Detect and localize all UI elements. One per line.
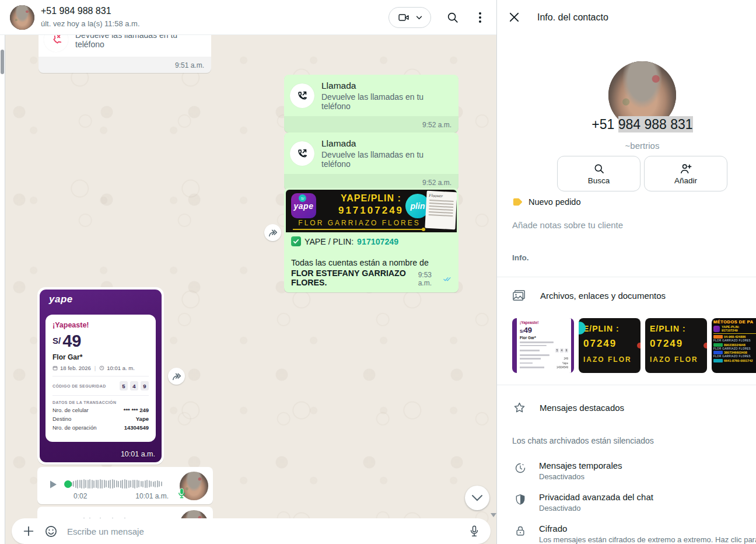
search-in-chat-button[interactable] — [446, 11, 459, 24]
receipt-title: ¡Yapeaste! — [52, 321, 149, 329]
info-section-header: Info. — [512, 253, 529, 262]
message-time: 9:52 a.m. — [422, 179, 452, 187]
calendar-icon — [52, 365, 58, 371]
client-notes-placeholder[interactable]: Añade notas sobre tu cliente — [512, 220, 623, 230]
plus-icon — [22, 525, 35, 538]
mic-icon — [176, 487, 187, 502]
starred-messages-row[interactable]: Mensajes destacados — [513, 402, 624, 414]
voice-duration: 0:02 — [74, 492, 87, 500]
forward-button[interactable] — [168, 368, 185, 385]
kebab-menu-icon — [474, 11, 486, 24]
receipt-date: 18 feb. 2026 — [60, 365, 91, 371]
contact-name[interactable]: +51 984 988 831 — [41, 6, 111, 16]
message-call-2[interactable]: Llamada Devuelve las llamadas en tu telé… — [284, 132, 459, 190]
banner-holder-name: FLOR GARRIAZO FLORES — [292, 219, 427, 227]
flyer-thumbnail: Floower — [425, 191, 457, 230]
voice-sender-avatar[interactable] — [180, 472, 208, 500]
order-label-row[interactable]: Nuevo pedido — [512, 197, 581, 207]
receipt-payee: Flor Gar* — [52, 353, 149, 361]
label-tag-icon — [512, 197, 523, 207]
message-receipt-image[interactable]: yape ¡Yapeaste! S/ 49 Flor Gar* 18 feb. … — [37, 287, 164, 465]
caption-number[interactable]: 917107249 — [357, 237, 398, 246]
media-thumb-banner-2[interactable]: E/PLIN : 07249 IAZO FLOR — [645, 318, 707, 373]
forward-button[interactable] — [264, 224, 281, 241]
mic-icon — [468, 525, 480, 538]
star-icon — [513, 402, 526, 414]
call-subtitle: Devuelve las llamadas en tu teléfono — [321, 150, 450, 169]
advanced-chat-privacy-row[interactable]: Privacidad avanzada del chat Desactivado — [514, 492, 748, 512]
read-ticks-icon — [443, 276, 452, 283]
divider — [497, 385, 756, 385]
security-code-label: CÓDIGO DE SEGURIDAD — [52, 384, 106, 388]
message-voice-1[interactable]: 0:02 10:01 a.m. — [37, 467, 213, 504]
video-call-button[interactable] — [388, 7, 431, 28]
call-subtitle: Devuelve las llamadas en tu teléfono — [321, 92, 450, 111]
search-contact-button[interactable]: Busca — [557, 156, 640, 191]
shield-icon — [514, 494, 526, 505]
voice-seek-handle[interactable] — [64, 480, 72, 488]
timer-icon — [514, 462, 526, 474]
person-add-icon — [680, 163, 692, 175]
call-title: Llamada — [321, 138, 450, 149]
close-panel-button[interactable] — [509, 12, 520, 23]
message-input[interactable] — [67, 526, 468, 536]
message-time: 9:52 a.m. — [422, 121, 452, 129]
video-camera-icon — [397, 12, 410, 23]
panel-title: Info. del contacto — [537, 12, 608, 23]
media-thumbnails: ¡Yapeaste! S/49 Flor Gar* 549 249 Yape 1… — [512, 318, 756, 373]
message-time: 9:51 a.m. — [175, 61, 204, 69]
search-icon — [446, 11, 459, 24]
yape-brand: yape — [49, 294, 73, 305]
archived-chats-note: Los chats archivados están silenciados — [512, 436, 654, 445]
receipt-currency: S/ — [52, 336, 61, 346]
contact-alias: ~bertrios — [497, 141, 756, 151]
message-time: 10:01 a.m. — [121, 450, 155, 458]
media-thumb-payment-methods[interactable]: MÉTODOS DE PA YAPE-PLIN:917107249 04-968… — [712, 318, 756, 373]
message-call-1[interactable]: Llamada Devuelve las llamadas en tu telé… — [284, 75, 459, 132]
search-icon — [593, 163, 605, 175]
yape-logo — [713, 326, 720, 332]
starred-label: Mensajes destacados — [540, 403, 624, 413]
lock-icon — [514, 525, 526, 537]
outgoing-call-icon — [290, 141, 314, 166]
contact-avatar[interactable] — [10, 5, 34, 30]
chat-header: +51 984 988 831 últ. vez hoy a la(s) 11:… — [0, 0, 496, 35]
divider — [497, 277, 756, 277]
media-thumb-banner-1[interactable]: E/PLIN : 07249 IAZO FLOR — [579, 318, 640, 373]
chevron-down-icon — [416, 16, 422, 20]
chat-pane: Devuelve las llamadas en tu teléfono 9:5… — [0, 0, 496, 544]
outgoing-call-icon — [290, 83, 314, 108]
add-contact-button[interactable]: Añadir — [644, 156, 727, 191]
scroll-to-bottom-button[interactable] — [465, 486, 489, 510]
media-gallery-icon — [512, 289, 526, 302]
message-time: 9:53 a.m. — [418, 271, 442, 287]
voice-record-button[interactable] — [468, 525, 480, 538]
media-header-label: Archivos, enlaces y documentos — [540, 291, 666, 301]
yape-plin-banner-image[interactable]: S/ yape YAPE/PLIN : 917107249 plin Floow… — [286, 190, 457, 232]
emoji-smiley-icon — [44, 525, 58, 538]
encryption-row[interactable]: Cifrado Los mensajes están cifrados de e… — [514, 524, 748, 544]
clock-icon — [99, 365, 104, 371]
chat-menu-button[interactable] — [474, 11, 486, 24]
yape-logo: S/ yape — [291, 193, 316, 218]
attach-plus-button[interactable] — [22, 525, 35, 538]
caption-prefix: YAPE / PLIN: — [304, 237, 354, 246]
emoji-button[interactable] — [44, 525, 58, 538]
left-scrollbar[interactable] — [0, 35, 5, 544]
selected-phone-text: 984 988 831 — [618, 116, 693, 132]
message-time: 10:01 a.m. — [135, 492, 169, 500]
contact-phone-number[interactable]: +51 984 988 831 — [497, 117, 756, 132]
voice-waveform[interactable] — [65, 479, 162, 489]
play-icon[interactable] — [46, 477, 60, 494]
contact-last-seen: últ. vez hoy a la(s) 11:58 a.m. — [41, 19, 140, 28]
media-thumb-receipt[interactable]: ¡Yapeaste! S/49 Flor Gar* 549 249 Yape 1… — [512, 318, 574, 373]
contact-info-panel: Info. del contacto +51 984 988 831 ~bert… — [496, 0, 756, 544]
caption-line2: Todas las cuentas están a nombre de — [291, 258, 452, 267]
close-icon — [509, 12, 520, 23]
message-composer — [12, 518, 491, 544]
message-yape-info[interactable]: S/ yape YAPE/PLIN : 917107249 plin Floow… — [284, 188, 459, 292]
scrollbar-arrow-icon[interactable] — [491, 513, 496, 517]
scrollbar-thumb[interactable] — [1, 50, 4, 74]
media-links-docs-row[interactable]: Archivos, enlaces y documentos — [512, 289, 666, 302]
disappearing-messages-row[interactable]: Mensajes temporales Desactivados — [514, 461, 748, 481]
